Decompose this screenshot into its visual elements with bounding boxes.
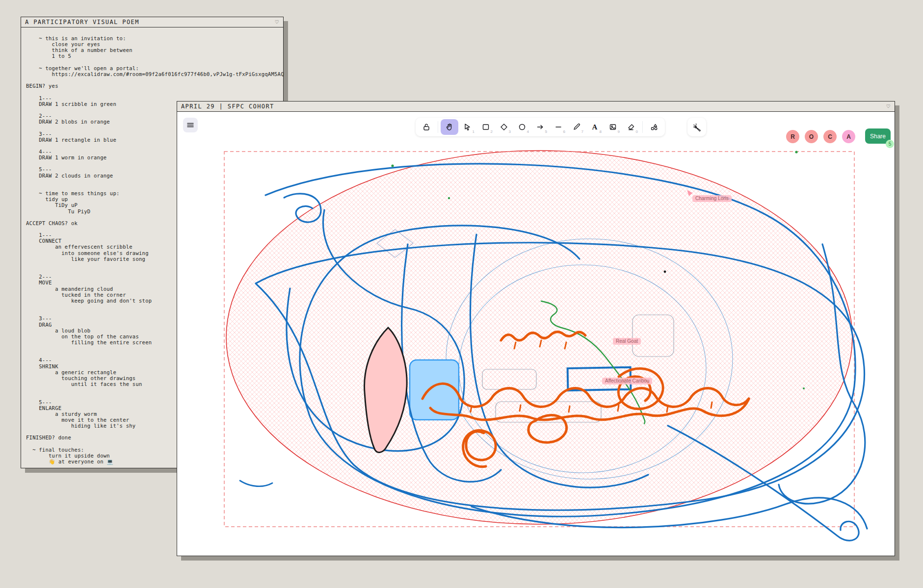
excalidraw-window: APRIL 29 | SFPC COHORT ♡	[177, 101, 895, 556]
heart-icon[interactable]: ♡	[886, 103, 891, 109]
line-tool-button[interactable]: 6	[550, 119, 567, 135]
tool-shortcut: 1	[473, 129, 475, 134]
pointer-label: Affectionate Caribou	[602, 378, 652, 384]
laser-pointer-icon	[692, 123, 702, 132]
tool-toolbar: 1 2 3 4 5 6 7	[416, 118, 665, 136]
eraser-icon	[627, 123, 635, 131]
toolbar-divider	[438, 121, 438, 133]
ellipse-tool-button[interactable]: 4	[513, 119, 531, 135]
menu-button[interactable]	[183, 118, 198, 132]
avatar[interactable]: C	[823, 130, 837, 143]
excalidraw-window-title: APRIL 29 | SFPC COHORT	[181, 103, 886, 110]
share-collab-count-badge: 5	[886, 140, 894, 148]
image-tool-button[interactable]: 9	[604, 119, 622, 135]
tool-shortcut: 0	[636, 129, 638, 134]
tool-shortcut: 9	[618, 129, 620, 134]
text-tool-button[interactable]: A 8	[586, 119, 604, 135]
pencil-icon	[572, 123, 581, 131]
avatar[interactable]: O	[805, 130, 818, 143]
tool-shortcut: 2	[491, 129, 493, 134]
eraser-tool-button[interactable]: 0	[622, 119, 640, 135]
collaborator-avatars: R O C A	[786, 130, 855, 143]
hand-tool-button[interactable]	[441, 119, 458, 135]
tool-shortcut: 4	[527, 129, 529, 134]
unlock-icon	[422, 123, 431, 131]
shapes-icon	[650, 123, 659, 131]
heart-icon[interactable]: ♡	[275, 19, 279, 25]
poem-window-title: A PARTICIPATORY VISUAL POEM	[25, 19, 275, 26]
ellipse-icon	[518, 123, 527, 131]
cursor-icon	[463, 123, 472, 131]
tool-shortcut: 3	[509, 129, 511, 134]
tool-shortcut: 6	[563, 129, 565, 134]
excalidraw-canvas[interactable]: Charming Loris Real Goat Affectionate Ca…	[177, 112, 895, 556]
pointer-label: Real Goat	[613, 338, 641, 345]
hamburger-icon	[186, 121, 194, 129]
arrow-icon	[536, 123, 545, 131]
rectangle-tool-button[interactable]: 2	[477, 119, 495, 135]
tool-shortcut: 7	[581, 129, 583, 134]
rectangle-icon	[481, 123, 490, 131]
tool-shortcut: 5	[545, 129, 547, 134]
diamond-tool-button[interactable]: 3	[495, 119, 513, 135]
image-icon	[608, 123, 617, 131]
diamond-icon	[500, 123, 508, 131]
laser-pointer-button[interactable]	[687, 118, 706, 136]
tool-shortcut: 8	[600, 129, 602, 134]
selection-tool-button[interactable]: 1	[459, 119, 476, 135]
hand-icon	[445, 123, 454, 131]
text-icon: A	[592, 124, 598, 131]
pointer-label: Charming Loris	[692, 195, 732, 202]
line-icon	[554, 123, 563, 131]
draw-tool-button[interactable]: 7	[568, 119, 585, 135]
more-shapes-button[interactable]	[645, 119, 663, 135]
canvas-drawing[interactable]	[177, 112, 895, 556]
arrow-tool-button[interactable]: 5	[531, 119, 549, 135]
poem-window-titlebar[interactable]: A PARTICIPATORY VISUAL POEM ♡	[21, 17, 283, 27]
avatar[interactable]: R	[786, 130, 799, 143]
lock-tool-button[interactable]	[418, 119, 435, 135]
avatar[interactable]: A	[842, 130, 855, 143]
toolbar-divider	[642, 121, 643, 133]
desktop: { "poem_window": { "title": "A PARTICIPA…	[0, 0, 923, 588]
excalidraw-window-titlebar[interactable]: APRIL 29 | SFPC COHORT ♡	[177, 102, 895, 112]
